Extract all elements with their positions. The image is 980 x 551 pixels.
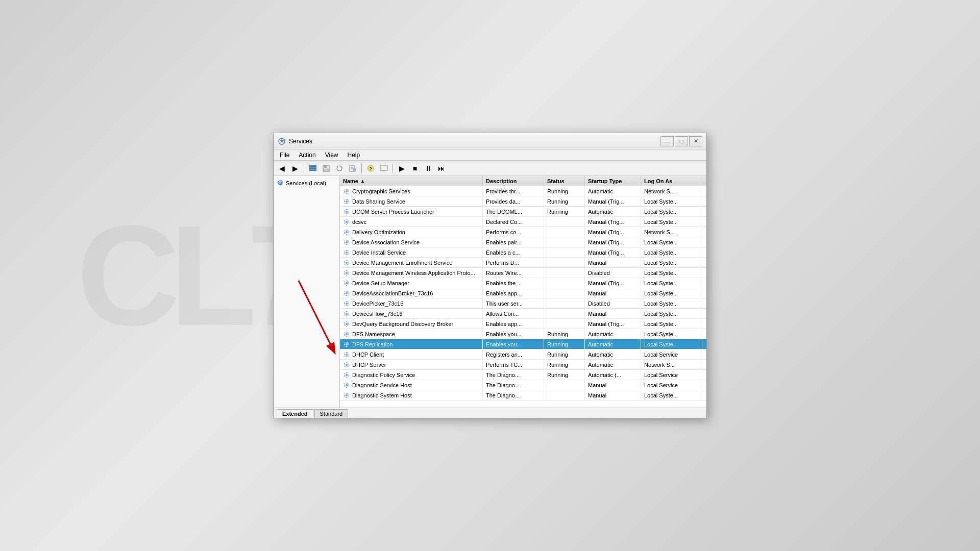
toolbar-forward[interactable]: ▶ — [289, 163, 301, 174]
toolbar-stop[interactable]: ■ — [409, 163, 421, 174]
table-row[interactable]: Cryptographic Services Provides thr... R… — [340, 186, 706, 196]
toolbar-back[interactable]: ◀ — [276, 163, 288, 174]
td-description: Declared Co... — [483, 217, 544, 227]
td-name: DevQuery Background Discovery Broker — [340, 319, 483, 329]
table-header: Name ▲ Description Status Startup Type L… — [340, 176, 706, 186]
toolbar-play[interactable]: ▶ — [396, 163, 408, 174]
table-row[interactable]: dcsvc Declared Co... Manual (Trig... Loc… — [340, 217, 706, 227]
col-startup[interactable]: Startup Type — [585, 176, 641, 186]
table-body[interactable]: Cryptographic Services Provides thr... R… — [340, 186, 706, 408]
td-end — [702, 319, 706, 329]
menu-action[interactable]: Action — [295, 151, 320, 160]
svg-point-47 — [346, 333, 348, 335]
close-button[interactable]: ✕ — [689, 136, 702, 146]
td-logon: Local Syste... — [641, 390, 702, 400]
td-end — [702, 217, 706, 227]
td-status: Running — [544, 207, 585, 216]
table-row[interactable]: Device Association Service Enables pair.… — [340, 237, 706, 247]
table-row[interactable]: Device Setup Manager Enables the ... Man… — [340, 278, 706, 288]
td-name: Diagnostic Policy Service — [340, 370, 483, 380]
svg-rect-7 — [324, 169, 329, 171]
td-description: Enables you... — [483, 339, 544, 349]
table-row[interactable]: Diagnostic Service Host The Diagno... Ma… — [340, 380, 706, 390]
services-local-item[interactable]: Services (Local) — [274, 178, 339, 188]
svg-marker-8 — [336, 166, 338, 168]
td-description: Enables app... — [483, 288, 544, 298]
td-description: The DCOML... — [483, 207, 544, 216]
tab-standard[interactable]: Standard — [314, 409, 349, 418]
table-row[interactable]: DHCP Server Performs TC... Running Autom… — [340, 360, 706, 370]
td-logon: Local Service — [641, 349, 702, 359]
table-row[interactable]: DCOM Server Process Launcher The DCOML..… — [340, 207, 706, 217]
toolbar-pause[interactable]: ⏸ — [422, 163, 434, 174]
window-title: Services — [289, 138, 657, 145]
col-status[interactable]: Status — [544, 176, 585, 186]
td-description: The Diagno... — [483, 370, 544, 380]
col-logon[interactable]: Log On As — [641, 176, 702, 186]
services-window: Services — □ ✕ File Action View Help ◀ ▶ — [273, 133, 707, 418]
toolbar-view[interactable] — [307, 163, 319, 174]
svg-point-21 — [346, 200, 348, 202]
menu-view[interactable]: View — [321, 151, 342, 160]
td-name: DFS Namespace — [340, 329, 483, 339]
td-end — [702, 247, 706, 257]
td-name: Device Management Wireless Application P… — [340, 268, 483, 278]
menu-file[interactable]: File — [276, 151, 293, 160]
table-row[interactable]: DHCP Client Registers an... Running Auto… — [340, 349, 706, 360]
table-row[interactable]: DevQuery Background Discovery Broker Ena… — [340, 319, 706, 329]
td-status: Running — [544, 196, 585, 206]
tab-extended[interactable]: Extended — [277, 409, 313, 418]
toolbar-save[interactable] — [320, 163, 332, 174]
td-startup: Disabled — [585, 298, 641, 308]
td-status — [544, 390, 585, 400]
table-row[interactable]: DFS Namespace Enables you... Running Aut… — [340, 329, 706, 339]
svg-rect-16 — [382, 170, 385, 171]
td-name: Diagnostic System Host — [340, 390, 483, 400]
minimize-button[interactable]: — — [660, 136, 674, 146]
table-row[interactable]: Diagnostic System Host The Diagno... Man… — [340, 390, 706, 400]
td-description: This user ser... — [483, 298, 544, 308]
td-startup: Manual — [585, 288, 641, 298]
td-description: Performs TC... — [483, 360, 544, 369]
table-row[interactable]: Data Sharing Service Provides da... Runn… — [340, 196, 706, 207]
toolbar-help[interactable]: ? — [364, 163, 377, 174]
svg-point-55 — [346, 373, 348, 375]
svg-point-23 — [346, 210, 348, 212]
td-status — [544, 217, 585, 227]
td-startup: Manual (Trig... — [585, 196, 641, 206]
td-logon: Local Syste... — [641, 278, 702, 288]
td-status: Running — [544, 370, 585, 380]
td-end — [702, 329, 706, 339]
td-status — [544, 380, 585, 390]
table-row[interactable]: DFS Replication Enables you... Running A… — [340, 339, 706, 349]
td-logon: Local Syste... — [641, 319, 702, 329]
menu-help[interactable]: Help — [344, 151, 364, 160]
table-row[interactable]: Device Management Wireless Application P… — [340, 268, 706, 278]
col-name[interactable]: Name ▲ — [340, 176, 483, 186]
toolbar-restart[interactable]: ⏭ — [435, 163, 448, 174]
svg-point-19 — [346, 190, 348, 192]
td-name: dcsvc — [340, 217, 483, 227]
td-description: Registers an... — [483, 349, 544, 359]
table-row[interactable]: Device Install Service Enables a c... Ma… — [340, 247, 706, 258]
td-name: Device Association Service — [340, 237, 483, 247]
toolbar-export[interactable] — [347, 163, 359, 174]
toolbar-refresh[interactable] — [333, 163, 346, 174]
td-logon: Network S... — [641, 227, 702, 237]
td-startup: Automatic — [585, 329, 641, 339]
table-row[interactable]: DevicePicker_73c16 This user ser... Disa… — [340, 298, 706, 309]
td-logon: Local Service — [641, 380, 702, 390]
toolbar-sep-3 — [393, 164, 393, 173]
bottom-tabs: Extended Standard — [274, 408, 706, 418]
table-row[interactable]: DevicesFlow_73c16 Allows Con... Manual L… — [340, 309, 706, 319]
td-name: Device Install Service — [340, 247, 483, 257]
td-description: Enables app... — [483, 319, 544, 329]
table-row[interactable]: Delivery Optimization Performs co... Man… — [340, 227, 706, 237]
table-row[interactable]: Diagnostic Policy Service The Diagno... … — [340, 370, 706, 380]
toolbar-console[interactable] — [378, 163, 390, 174]
maximize-button[interactable]: □ — [675, 136, 688, 146]
table-row[interactable]: Device Management Enrollment Service Per… — [340, 258, 706, 268]
col-description[interactable]: Description — [483, 176, 544, 186]
table-row[interactable]: DeviceAssociationBroker_73c16 Enables ap… — [340, 288, 706, 298]
td-description: Provides thr... — [483, 186, 544, 196]
